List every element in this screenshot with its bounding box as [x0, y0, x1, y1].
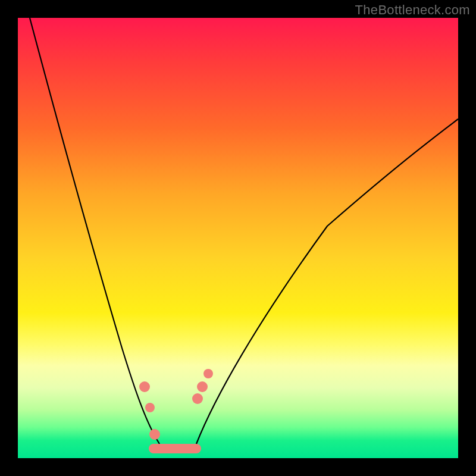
- marker-right-3: [203, 369, 213, 378]
- chart-svg: [18, 18, 458, 458]
- plot-area: [18, 18, 458, 458]
- curve-left-branch: [30, 18, 159, 444]
- curve-right-branch: [196, 119, 458, 444]
- marker-left-1: [139, 381, 150, 392]
- marker-left-2: [145, 403, 155, 412]
- marker-left-3: [149, 429, 160, 440]
- chart-frame: TheBottleneck.com: [0, 0, 476, 476]
- watermark-text: TheBottleneck.com: [355, 2, 470, 18]
- marker-right-1: [192, 393, 203, 404]
- marker-right-2: [197, 381, 208, 392]
